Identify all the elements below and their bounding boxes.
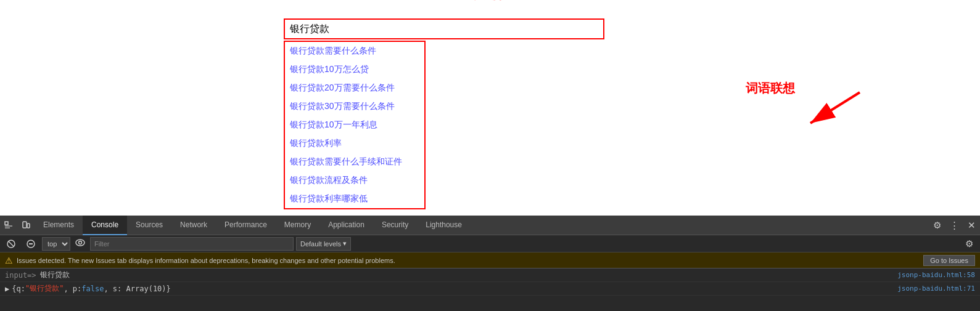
log-comma: , p: xyxy=(64,285,81,293)
devtools-device-icon[interactable] xyxy=(17,217,35,234)
suggestion-item[interactable]: 银行贷款流程及条件 xyxy=(285,171,424,190)
log-keyword-false: false xyxy=(81,285,104,293)
suggestion-item[interactable]: 银行贷款需要什么手续和证件 xyxy=(285,153,424,171)
tab-lighthouse[interactable]: Lighthouse xyxy=(417,216,471,235)
search-input-wrapper xyxy=(284,18,604,39)
log-string-value: "银行贷款" xyxy=(25,283,64,294)
log-prefix: input=> xyxy=(5,271,36,280)
default-levels-button[interactable]: Default levels ▾ xyxy=(296,237,351,251)
tab-network[interactable]: Network xyxy=(171,216,216,235)
log-brace: {q: xyxy=(12,285,25,293)
devtools-panel: Elements Console Sources Network Perform… xyxy=(0,216,980,311)
svg-line-1 xyxy=(810,92,860,123)
log-array: , s: Array(10)} xyxy=(104,285,170,293)
log-content: 银行贷款 xyxy=(40,270,70,280)
suggestion-item[interactable]: 银行贷款利率 xyxy=(285,134,424,153)
console-log-line: input=> 银行贷款 jsonp-baidu.html:58 xyxy=(0,269,980,282)
suggestion-item[interactable]: 银行贷款10万一年利息 xyxy=(285,116,424,134)
search-container: 银行贷款需要什么条件 银行贷款10万怎么贷 银行贷款20万需要什么条件 银行贷款… xyxy=(284,18,604,209)
settings-icon[interactable]: ⚙ xyxy=(928,217,945,234)
issue-bar: ⚠ Issues detected. The new Issues tab di… xyxy=(0,252,980,269)
main-content: 关键字 银行贷款需要什么条件 银行贷款10万怎么贷 银行贷款20万需要什么条件 … xyxy=(0,0,980,222)
context-select[interactable]: top xyxy=(42,237,70,251)
console-settings-icon[interactable]: ⚙ xyxy=(960,235,978,252)
log-file-link[interactable]: jsonp-baidu.html:58 xyxy=(897,271,975,279)
close-devtools-icon[interactable]: ✕ xyxy=(963,217,980,234)
svg-line-8 xyxy=(9,241,14,246)
tab-sources[interactable]: Sources xyxy=(127,216,171,235)
tab-application[interactable]: Application xyxy=(319,216,373,235)
clear-console-icon[interactable] xyxy=(2,235,20,252)
eye-icon[interactable] xyxy=(73,238,88,249)
svg-rect-2 xyxy=(5,222,8,225)
expand-icon[interactable]: ▶ xyxy=(5,285,9,293)
suggestion-item[interactable]: 银行贷款20万需要什么条件 xyxy=(285,79,424,97)
svg-point-12 xyxy=(79,241,82,244)
svg-point-11 xyxy=(76,240,84,246)
devtools-tabs: Elements Console Sources Network Perform… xyxy=(0,216,980,235)
suggestions-box: 银行贷款需要什么条件 银行贷款10万怎么贷 银行贷款20万需要什么条件 银行贷款… xyxy=(284,41,426,209)
tab-security[interactable]: Security xyxy=(373,216,417,235)
tab-elements[interactable]: Elements xyxy=(35,216,83,235)
filter-input[interactable] xyxy=(90,237,294,251)
svg-rect-5 xyxy=(23,222,27,228)
chevron-down-icon: ▾ xyxy=(343,240,347,248)
tab-performance[interactable]: Performance xyxy=(216,216,276,235)
tab-console[interactable]: Console xyxy=(83,216,127,235)
devtools-messages: ⚠ Issues detected. The new Issues tab di… xyxy=(0,252,980,311)
more-options-icon[interactable]: ⋮ xyxy=(945,217,963,234)
word-assoc-label: 词语联想 xyxy=(746,80,795,97)
arrow-icon xyxy=(792,86,866,138)
go-to-issues-button[interactable]: Go to Issues xyxy=(923,255,975,266)
tab-memory[interactable]: Memory xyxy=(276,216,319,235)
issue-text: Issues detected. The new Issues tab disp… xyxy=(17,257,920,264)
warning-icon: ⚠ xyxy=(5,256,13,265)
console-toolbar: top Default levels ▾ ⚙ xyxy=(0,235,980,252)
stop-icon[interactable] xyxy=(22,235,39,252)
svg-rect-6 xyxy=(27,224,30,228)
console-log-line: ▶ {q: "银行贷款" , p: false , s: Array(10)} … xyxy=(0,282,980,296)
suggestion-item[interactable]: 银行贷款10万怎么贷 xyxy=(285,60,424,79)
devtools-inspect-icon[interactable] xyxy=(0,217,17,234)
suggestion-item[interactable]: 银行贷款30万需要什么条件 xyxy=(285,97,424,116)
suggestion-item[interactable]: 银行贷款利率哪家低 xyxy=(285,190,424,208)
search-input[interactable] xyxy=(285,20,603,38)
log-file-link-2[interactable]: jsonp-baidu.html:71 xyxy=(897,285,975,293)
search-keyword-label: 关键字 xyxy=(474,0,507,2)
suggestion-item[interactable]: 银行贷款需要什么条件 xyxy=(285,42,424,60)
